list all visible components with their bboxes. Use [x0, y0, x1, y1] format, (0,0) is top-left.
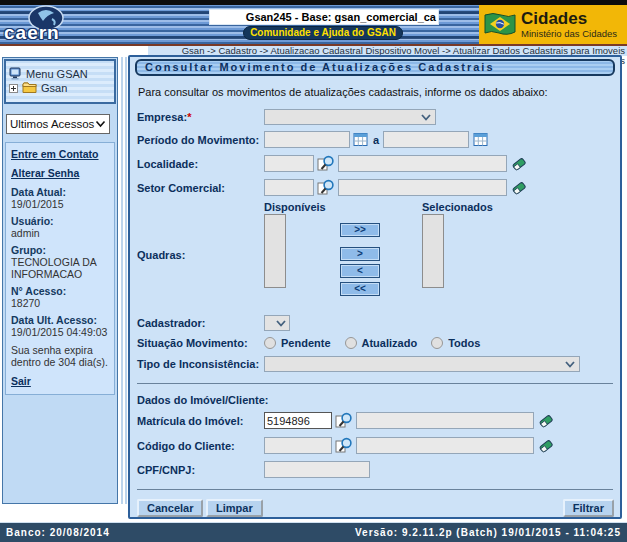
- divider: [137, 383, 613, 384]
- situacao-label: Situação Movimento:: [137, 337, 264, 349]
- sidebar-separator: [119, 57, 127, 504]
- info-value: TECNOLOGIA DA INFORMACAO: [11, 256, 109, 280]
- periodo-fim-input[interactable]: [383, 131, 469, 148]
- localidade-row: Localidade:: [137, 155, 613, 172]
- footer-versao: Versão: 9.2.11.2p (Batch) 19/01/2015 - 1…: [355, 527, 621, 538]
- cadastrador-select[interactable]: [264, 315, 290, 331]
- codigo-cliente-input[interactable]: [264, 437, 332, 454]
- eraser-icon[interactable]: [511, 180, 528, 195]
- expand-plus-icon[interactable]: [9, 84, 18, 93]
- periodo-label: Período do Movimento:: [137, 134, 264, 146]
- cancel-button[interactable]: Cancelar: [137, 499, 203, 517]
- info-label: Grupo:: [11, 244, 109, 256]
- cidades-title: Cidades: [521, 10, 617, 27]
- help-link[interactable]: Comunidade e Ajuda do GSAN: [243, 26, 403, 40]
- footer-bar: Banco: 20/08/2014 Versão: 9.2.11.2p (Bat…: [0, 522, 627, 542]
- setor-row: Setor Comercial:: [137, 179, 613, 196]
- caern-logo-text: caern: [4, 22, 60, 44]
- move-all-right-button[interactable]: >>: [340, 223, 380, 237]
- quadras-disponiveis-listbox[interactable]: [264, 214, 286, 288]
- cpf-row: CPF/CNPJ:: [137, 461, 613, 478]
- selecionados-header: Selecionados: [422, 201, 493, 213]
- eraser-icon[interactable]: [511, 156, 528, 171]
- search-icon[interactable]: [317, 179, 335, 196]
- periodo-separator: a: [373, 134, 379, 146]
- sidebar-item-gsan[interactable]: Gsan: [9, 82, 111, 94]
- localidade-desc-field: [338, 155, 507, 172]
- setor-label: Setor Comercial:: [137, 182, 264, 194]
- disponiveis-header: Disponíveis: [264, 201, 326, 213]
- gsan-window: caern Gsan245 - Base: gsan_comercial_ca …: [0, 0, 627, 542]
- menu-box: Menu GSAN Gsan: [4, 59, 116, 104]
- empresa-label: Empresa:*: [137, 111, 264, 123]
- quadras-label: Quadras:: [137, 249, 264, 261]
- calendar-icon[interactable]: [353, 132, 369, 147]
- tipo-row: Tipo de Inconsistência:: [137, 356, 613, 372]
- search-icon[interactable]: [335, 412, 353, 429]
- codigo-cliente-desc-field: [356, 437, 534, 454]
- required-marker: *: [187, 111, 191, 123]
- radio-atualizado-label: Atualizado: [362, 337, 418, 349]
- main-panel: Consultar Movimento de Atualizações Cada…: [128, 55, 622, 519]
- menu-gsan-label: Menu GSAN: [26, 68, 88, 80]
- matricula-desc-field: [356, 412, 534, 429]
- codigo-cliente-row: Código do Cliente:: [137, 437, 613, 454]
- cidades-subtitle: Ministério das Cidades: [521, 29, 617, 39]
- chevron-down-icon: [95, 120, 106, 128]
- password-expiry-note: Sua senha expira dentro de 304 dia(s).: [11, 344, 109, 368]
- change-password-link[interactable]: Alterar Senha: [11, 167, 109, 179]
- tipo-select[interactable]: [264, 356, 580, 372]
- logout-link[interactable]: Sair: [11, 375, 109, 387]
- clear-button[interactable]: Limpar: [206, 499, 263, 517]
- cpf-input[interactable]: [264, 461, 370, 478]
- info-label: Usuário:: [11, 215, 109, 227]
- empresa-row: Empresa:*: [137, 109, 613, 125]
- info-value: 19/01/2015 04:49:03: [11, 326, 109, 338]
- calendar-icon[interactable]: [473, 132, 489, 147]
- footer-banco: Banco: 20/08/2014: [6, 527, 110, 538]
- eraser-icon[interactable]: [538, 438, 555, 453]
- section-title: Dados do Imóvel/Cliente:: [137, 394, 268, 406]
- sidebar-item-gsan-label: Gsan: [41, 82, 67, 94]
- periodo-inicio-input[interactable]: [264, 131, 350, 148]
- move-all-left-button[interactable]: <<: [340, 282, 380, 296]
- filter-button[interactable]: Filtrar: [563, 499, 614, 517]
- matricula-row: Matrícula do Imóvel:: [137, 412, 613, 429]
- chevron-down-icon: [420, 113, 432, 122]
- empresa-select[interactable]: [264, 109, 436, 125]
- header-banner: caern Gsan245 - Base: gsan_comercial_ca …: [0, 0, 627, 46]
- search-icon[interactable]: [335, 437, 353, 454]
- info-label: Data Atual:: [11, 186, 109, 198]
- ultimos-acessos-value: Ultimos Acessos: [10, 118, 94, 130]
- setor-code-input[interactable]: [264, 179, 314, 196]
- info-label: Data Ult. Acesso:: [11, 314, 109, 326]
- cadastrador-row: Cadastrador:: [137, 315, 613, 331]
- cidades-banner: Cidades Ministério das Cidades: [479, 5, 627, 44]
- divider: [137, 489, 613, 490]
- radio-pendente[interactable]: [264, 337, 276, 349]
- move-right-button[interactable]: >: [340, 247, 380, 261]
- radio-pendente-label: Pendente: [281, 337, 331, 349]
- matricula-input[interactable]: [264, 412, 332, 429]
- localidade-label: Localidade:: [137, 158, 264, 170]
- brazil-flag-icon: [483, 12, 517, 37]
- eraser-icon[interactable]: [538, 413, 555, 428]
- page-title: Consultar Movimento de Atualizações Cada…: [135, 59, 615, 76]
- info-value: admin: [11, 227, 109, 239]
- contact-link[interactable]: Entre em Contato: [11, 148, 109, 160]
- quadras-selecionados-listbox[interactable]: [422, 214, 444, 288]
- search-icon[interactable]: [317, 155, 335, 172]
- ultimos-acessos-select[interactable]: Ultimos Acessos: [6, 114, 110, 134]
- localidade-code-input[interactable]: [264, 155, 314, 172]
- radio-todos[interactable]: [431, 337, 443, 349]
- move-left-button[interactable]: <: [340, 264, 380, 278]
- setor-desc-field: [338, 179, 507, 196]
- chevron-down-icon: [564, 360, 576, 369]
- info-value: 18270: [11, 297, 109, 309]
- codigo-cliente-label: Código do Cliente:: [137, 440, 264, 452]
- matricula-label: Matrícula do Imóvel:: [137, 415, 264, 427]
- radio-atualizado[interactable]: [345, 337, 357, 349]
- sidebar: Menu GSAN Gsan Ultimos Acessos: [2, 57, 118, 504]
- info-label: N° Acesso:: [11, 285, 109, 297]
- session-info-box: Entre em Contato Alterar Senha Data Atua…: [5, 142, 115, 395]
